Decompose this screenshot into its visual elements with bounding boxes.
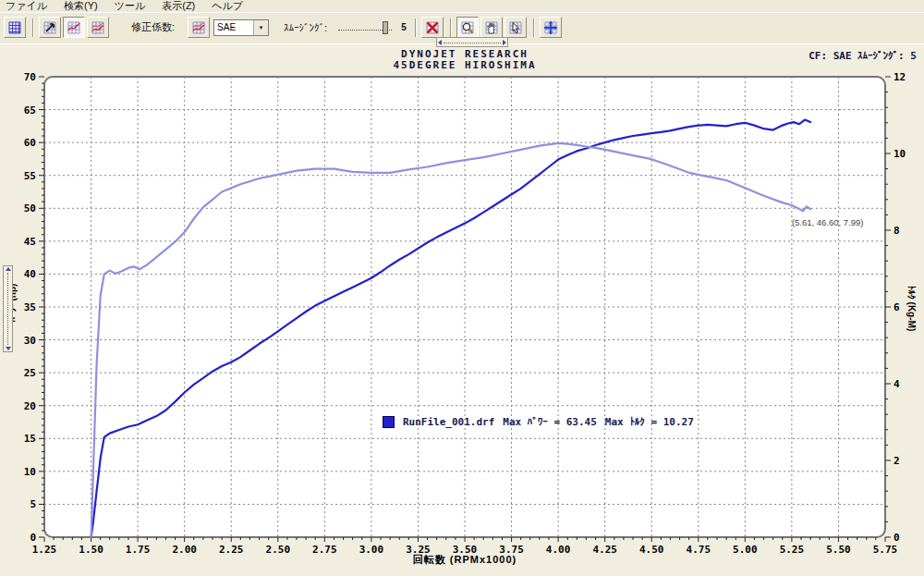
scrollbar-track[interactable] (7, 273, 9, 345)
correction-factor-value: SAE (214, 22, 253, 32)
run-select-scrollbar[interactable] (436, 37, 508, 47)
slider-handle[interactable] (383, 21, 388, 34)
svg-text:(5.61, 46.60, 7.99): (5.61, 46.60, 7.99) (792, 217, 864, 227)
pan-tool-icon (484, 20, 499, 35)
svg-text:70: 70 (24, 71, 36, 83)
correction-factor-icon (191, 20, 206, 35)
svg-text:0: 0 (894, 532, 900, 544)
zoom-tool-icon (460, 20, 475, 35)
svg-text:60: 60 (24, 137, 36, 149)
menu-search[interactable]: 検索(Y) (64, 0, 98, 13)
graph-arrow-icon (43, 20, 57, 35)
svg-text:0: 0 (30, 532, 36, 544)
svg-text:8: 8 (894, 225, 900, 237)
correction-factor-button[interactable] (188, 17, 210, 38)
menu-tools[interactable]: ツール (115, 0, 146, 13)
table-view-button[interactable] (4, 17, 26, 38)
smoothing-slider[interactable] (336, 20, 394, 34)
dropdown-arrow-icon[interactable]: ▼ (253, 20, 268, 35)
pan-tool-button[interactable] (480, 17, 503, 38)
graph-arrow-button[interactable] (39, 17, 61, 38)
correction-smoothing-readout: CF: SAE ｽﾑｰｼﾞﾝｸﾞ: 5 (808, 50, 917, 62)
legend-swatch (383, 416, 395, 428)
menu-file[interactable]: ファイル (6, 0, 47, 13)
zoom-tool-button[interactable] (456, 17, 479, 38)
svg-text:65: 65 (24, 104, 36, 116)
fit-graph-icon (543, 20, 558, 35)
svg-text:6: 6 (894, 301, 900, 313)
table-view-icon (7, 20, 22, 35)
graph-single-run-icon (67, 20, 81, 35)
pointer-tool-button[interactable] (505, 17, 527, 38)
menu-view[interactable]: 表示(Z) (162, 0, 195, 13)
svg-text:30: 30 (24, 335, 36, 347)
correction-factor-label: 修正係数: (131, 20, 175, 34)
toolbar-separator (32, 18, 34, 37)
svg-text:55: 55 (24, 170, 36, 182)
chart-vertical-scrollbar[interactable] (3, 265, 13, 352)
smoothing-label: ｽﾑｰｼﾞﾝｸﾞ: (284, 22, 327, 33)
chart-canvas: DYNOJET RESEARCH 45DEGREE HIROSHIMA CF: … (0, 43, 924, 576)
scroll-down-arrow-icon[interactable] (6, 347, 11, 350)
legend-max-torque: Max ﾄﾙｸ = 10.27 (605, 416, 694, 428)
legend-file-name: RunFile_001.drf (403, 416, 494, 428)
menu-bar: ファイル 検索(Y) ツール 表示(Z) ヘルプ (0, 0, 924, 13)
svg-text:10: 10 (894, 148, 906, 160)
svg-text:15: 15 (24, 433, 36, 445)
toolbar-separator (415, 18, 417, 37)
menu-help[interactable]: ヘルプ (212, 0, 243, 13)
scroll-right-arrow-icon[interactable] (503, 40, 506, 45)
scroll-left-arrow-icon[interactable] (438, 40, 442, 45)
graph-multi-run-icon (91, 20, 105, 35)
legend-max-power: Max ﾊﾟﾜｰ = 63.45 (503, 416, 596, 428)
legend: RunFile_001.drf Max ﾊﾟﾜｰ = 63.45 Max ﾄﾙｸ… (383, 416, 694, 428)
delete-run-button[interactable] (421, 17, 444, 38)
svg-text:4: 4 (894, 378, 900, 390)
scrollbar-track[interactable] (444, 42, 501, 43)
svg-text:12: 12 (894, 71, 906, 83)
svg-text:2: 2 (894, 455, 900, 467)
toolbar-separator (533, 18, 535, 37)
scroll-up-arrow-icon[interactable] (6, 267, 11, 271)
svg-text:45: 45 (24, 236, 36, 248)
plot-area[interactable]: 1.251.501.752.002.252.502.753.003.253.50… (0, 44, 924, 576)
fit-graph-button[interactable] (540, 17, 562, 38)
svg-text:20: 20 (24, 400, 36, 412)
y-axis-right-label: ﾄﾙｸ (Kg-M) (906, 272, 917, 346)
correction-factor-select[interactable]: SAE ▼ (213, 19, 269, 36)
delete-run-icon (425, 20, 440, 35)
svg-text:25: 25 (24, 367, 36, 379)
pointer-tool-icon (508, 20, 523, 35)
graph-single-run-button[interactable] (63, 17, 85, 38)
svg-text:10: 10 (24, 466, 36, 478)
svg-text:40: 40 (24, 268, 36, 280)
graph-multi-run-button[interactable] (87, 17, 109, 38)
toolbar-separator (450, 18, 452, 37)
smoothing-value: 5 (401, 22, 407, 32)
svg-text:5: 5 (30, 498, 36, 510)
svg-text:50: 50 (24, 202, 36, 214)
chart-subtitle: 45DEGREE HIROSHIMA (44, 59, 885, 71)
x-axis-label: 回転数 (RPMx1000) (44, 553, 885, 567)
svg-text:35: 35 (24, 301, 36, 313)
